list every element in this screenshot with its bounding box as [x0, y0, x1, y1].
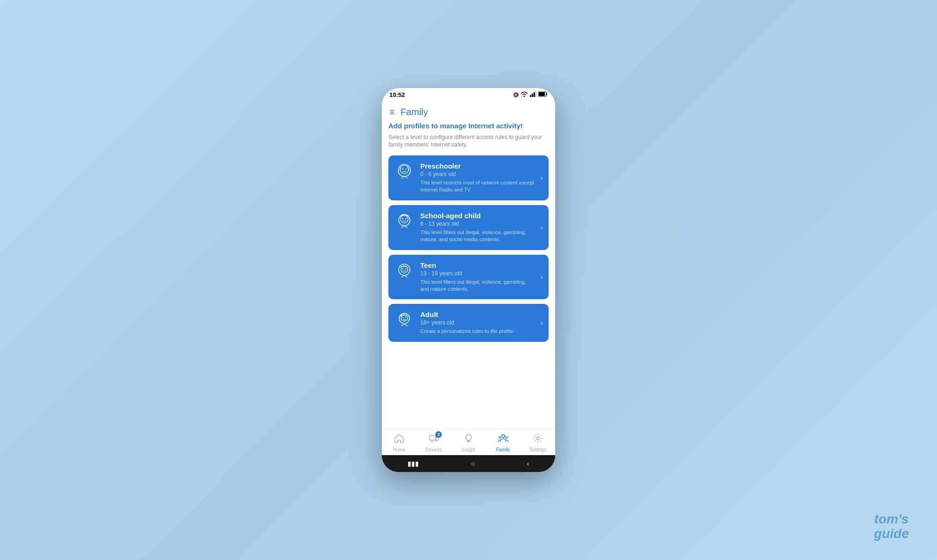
phone-frame: 10:52 🔇: [382, 88, 555, 472]
adult-text: Adult 18+ years old Create a personalize…: [420, 310, 535, 335]
nav-item-home[interactable]: Home: [387, 433, 411, 452]
school-aged-text: School-aged child 6 - 13 years old This …: [420, 212, 535, 243]
insight-label: Insight: [461, 447, 475, 452]
teen-age: 13 - 18 years old: [420, 270, 535, 277]
recent-apps-button[interactable]: ▮▮▮: [408, 460, 419, 467]
back-button[interactable]: ‹: [527, 460, 529, 467]
svg-point-26: [506, 436, 507, 438]
adult-chevron: ›: [541, 319, 543, 327]
school-aged-title: School-aged child: [420, 212, 535, 220]
svg-point-24: [502, 435, 505, 437]
nav-item-settings[interactable]: Settings: [526, 433, 550, 452]
status-icons: 🔇: [513, 91, 548, 98]
school-aged-age: 6 - 13 years old: [420, 221, 535, 227]
svg-rect-1: [532, 94, 533, 97]
devices-badge: 3: [435, 431, 442, 438]
notification-icon: 🔇: [513, 92, 519, 97]
svg-rect-2: [534, 92, 535, 97]
home-icon: [394, 433, 404, 446]
home-button[interactable]: ○: [471, 460, 475, 467]
adult-desc: Create a personalized rules to the profi…: [420, 328, 535, 335]
svg-point-13: [405, 218, 406, 219]
family-label: Family: [496, 447, 510, 452]
teen-icon: [394, 261, 415, 282]
nav-item-devices[interactable]: 3 Devices: [422, 433, 446, 452]
svg-point-7: [400, 165, 409, 174]
svg-point-9: [405, 169, 406, 169]
svg-point-27: [536, 437, 539, 440]
preschooler-text: Preschooler 0 - 6 years old This level r…: [420, 162, 535, 194]
preschooler-chevron: ›: [541, 174, 543, 182]
profile-card-adult[interactable]: Adult 18+ years old Create a personalize…: [388, 304, 549, 341]
preschooler-age: 0 - 6 years old: [420, 171, 535, 177]
profile-card-preschooler[interactable]: Preschooler 0 - 6 years old This level r…: [388, 155, 549, 200]
svg-point-20: [402, 317, 403, 318]
teen-title: Teen: [420, 261, 535, 269]
home-label: Home: [393, 447, 406, 452]
svg-point-12: [402, 218, 403, 219]
teen-text: Teen 13 - 18 years old This level filter…: [420, 261, 535, 293]
school-aged-icon: [394, 212, 415, 232]
svg-rect-3: [535, 91, 536, 97]
svg-rect-5: [539, 92, 545, 96]
adult-title: Adult: [420, 310, 535, 318]
svg-point-25: [499, 436, 501, 438]
status-bar: 10:52 🔇: [382, 88, 555, 101]
adult-icon: [394, 310, 415, 331]
bottom-nav: Home 3 Devices: [382, 429, 555, 455]
page-heading: Add profiles to manage Internet activity…: [388, 121, 549, 131]
wifi-icon: [521, 91, 528, 98]
family-icon: [498, 433, 509, 446]
insight-icon: [463, 433, 474, 446]
page-subtext: Select a level to configure different ac…: [388, 133, 549, 149]
signal-icon: [530, 91, 536, 98]
devices-label: Devices: [425, 447, 442, 452]
school-aged-chevron: ›: [541, 223, 543, 232]
status-time: 10:52: [389, 91, 405, 98]
teen-desc: This level filters out illegal, violence…: [420, 279, 535, 293]
battery-icon: [538, 91, 548, 98]
svg-point-21: [405, 317, 406, 318]
preschooler-icon: [394, 162, 415, 183]
adult-age: 18+ years old: [420, 319, 535, 326]
nav-item-family[interactable]: Family: [491, 433, 515, 452]
menu-icon[interactable]: ≡: [389, 107, 395, 118]
android-nav: ▮▮▮ ○ ‹: [382, 455, 555, 472]
svg-point-16: [402, 268, 403, 269]
preschooler-desc: This level restricts most of network con…: [420, 179, 535, 194]
app-content: ≡ Family Add profiles to manage Internet…: [382, 101, 555, 455]
app-header: ≡ Family: [382, 101, 555, 121]
preschooler-title: Preschooler: [420, 162, 535, 170]
profile-card-school-aged[interactable]: School-aged child 6 - 13 years old This …: [388, 205, 549, 250]
nav-item-insight[interactable]: Insight: [457, 433, 480, 452]
profile-card-teen[interactable]: Teen 13 - 18 years old This level filter…: [388, 255, 549, 300]
svg-point-17: [405, 268, 406, 269]
page-title: Family: [401, 107, 428, 118]
school-aged-desc: This level filters out illegal, violence…: [420, 229, 535, 243]
settings-label: Settings: [529, 447, 546, 452]
toms-guide-watermark: tom's guide: [874, 512, 909, 541]
main-scroll[interactable]: Add profiles to manage Internet activity…: [382, 121, 555, 429]
settings-icon: [533, 433, 543, 446]
svg-point-8: [402, 169, 403, 169]
svg-rect-0: [530, 95, 531, 97]
devices-icon: 3: [429, 433, 439, 446]
teen-chevron: ›: [541, 273, 543, 281]
